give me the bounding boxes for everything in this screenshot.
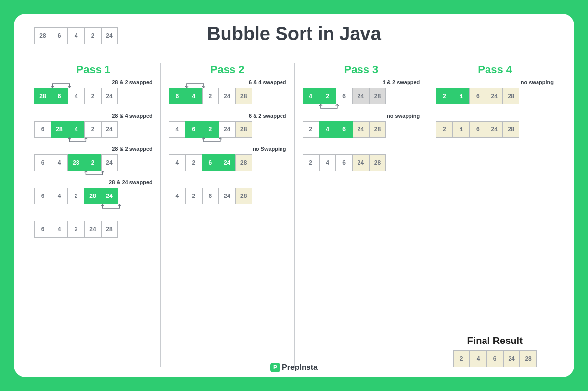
step-label: 6 & 2 swapped (249, 113, 286, 119)
array-cell: 24 (101, 154, 118, 171)
array-cell: 28 (503, 121, 519, 138)
step: 28 & 24 swapped6422824 (34, 188, 153, 204)
array-cell: 4 (319, 154, 336, 171)
array-row: 4262428 (169, 154, 286, 171)
step: 28 & 4 swapped6284224 (34, 121, 153, 138)
step: no swapping2462428 (436, 88, 554, 104)
array-cell: 28 (503, 88, 519, 104)
step: 2462428 (303, 154, 420, 171)
pass-title: Pass 4 (436, 63, 554, 76)
array-cell: 24 (101, 188, 118, 204)
array-cell: 2 (68, 188, 84, 204)
array-cell: 6 (336, 88, 353, 104)
step-label: no swapping (387, 113, 420, 119)
array-cell: 4 (51, 221, 68, 238)
array-cell: 4 (319, 121, 336, 138)
step: 6 & 2 swapped4622428 (169, 121, 286, 138)
array-cell: 24 (219, 88, 235, 104)
pass-column: Pass 34 & 2 swapped4262428no swapping246… (294, 63, 428, 367)
array-cell: 28 (101, 221, 118, 238)
array-cell: 6 (34, 154, 51, 171)
step: 6422428 (34, 221, 153, 238)
array-cell: 4 (303, 88, 319, 104)
array-cell: 2 (303, 121, 319, 138)
step: 4 & 2 swapped4262428 (303, 88, 420, 104)
array-cell: 24 (486, 88, 503, 104)
array-cell: 28 (235, 154, 252, 171)
final-result-title: Final Result (436, 335, 554, 346)
array-row: 4622428 (169, 121, 286, 138)
array-cell: 4 (68, 121, 84, 138)
array-cell: 2 (84, 27, 101, 44)
array-cell: 6 (185, 121, 202, 138)
initial-array-row: 2864224 (34, 27, 118, 44)
array-cell: 6 (202, 188, 219, 204)
passes-container: Pass 128 & 2 swapped286422428 & 4 swappe… (26, 63, 562, 367)
brand-badge-icon: P (270, 363, 280, 372)
array-row: 2462428 (303, 154, 420, 171)
array-cell: 6 (34, 121, 51, 138)
brand-logo: P PrepInsta (270, 363, 318, 372)
step: 28 & 2 swapped2864224 (34, 88, 153, 104)
array-row: 6422428 (169, 88, 286, 104)
array-cell: 4 (68, 27, 84, 44)
array-row: 4262428 (169, 188, 286, 204)
array-cell: 6 (51, 88, 68, 104)
initial-array: 2864224 (34, 27, 118, 44)
step-label: 28 & 2 swapped (112, 146, 153, 152)
array-cell: 6 (34, 221, 51, 238)
array-cell: 4 (453, 121, 469, 138)
array-cell: 2 (436, 121, 453, 138)
array-cell: 2 (84, 121, 101, 138)
array-cell: 6 (51, 27, 68, 44)
array-row: 6428224 (34, 154, 153, 171)
brand-footer: P PrepInsta (14, 363, 574, 372)
array-cell: 24 (353, 154, 369, 171)
step-label: 6 & 4 swapped (249, 79, 286, 85)
array-cell: 4 (185, 88, 202, 104)
array-cell: 6 (469, 121, 486, 138)
array-cell: 28 (369, 154, 386, 171)
array-cell: 2 (84, 154, 101, 171)
step-label: no swapping (521, 79, 554, 85)
array-cell: 28 (84, 188, 101, 204)
pass-title: Pass 2 (169, 63, 286, 76)
array-cell: 24 (219, 188, 235, 204)
array-cell: 2 (202, 121, 219, 138)
array-row: 2462428 (436, 121, 554, 138)
pass-title: Pass 3 (303, 63, 420, 76)
array-cell: 4 (169, 188, 185, 204)
array-cell: 4 (68, 88, 84, 104)
step-label: 28 & 2 swapped (112, 79, 153, 85)
pass-column: Pass 128 & 2 swapped286422428 & 4 swappe… (26, 63, 160, 367)
array-row: 2864224 (34, 88, 153, 104)
array-cell: 28 (235, 121, 252, 138)
array-cell: 4 (51, 188, 68, 204)
array-cell: 6 (336, 121, 353, 138)
array-cell: 4 (169, 154, 185, 171)
array-row: 6422428 (34, 221, 153, 238)
array-row: 2462428 (436, 88, 554, 104)
step: no Swapping4262428 (169, 154, 286, 171)
array-cell: 2 (84, 88, 101, 104)
pass-title: Pass 1 (34, 63, 153, 76)
array-cell: 6 (336, 154, 353, 171)
array-cell: 24 (101, 88, 118, 104)
step-label: no Swapping (253, 146, 286, 152)
array-cell: 2 (202, 88, 219, 104)
array-cell: 24 (353, 88, 369, 104)
array-cell: 4 (169, 121, 185, 138)
array-cell: 6 (169, 88, 185, 104)
step-label: 28 & 4 swapped (112, 113, 153, 119)
brand-name: PrepInsta (282, 363, 318, 372)
step: 4262428 (169, 188, 286, 204)
array-cell: 28 (369, 121, 386, 138)
array-cell: 2 (185, 154, 202, 171)
step-label: 4 & 2 swapped (383, 79, 420, 85)
array-cell: 28 (235, 188, 252, 204)
array-cell: 4 (453, 88, 469, 104)
array-cell: 2 (68, 221, 84, 238)
step-label: 28 & 24 swapped (109, 179, 153, 185)
array-cell: 28 (51, 121, 68, 138)
array-cell: 24 (353, 121, 369, 138)
